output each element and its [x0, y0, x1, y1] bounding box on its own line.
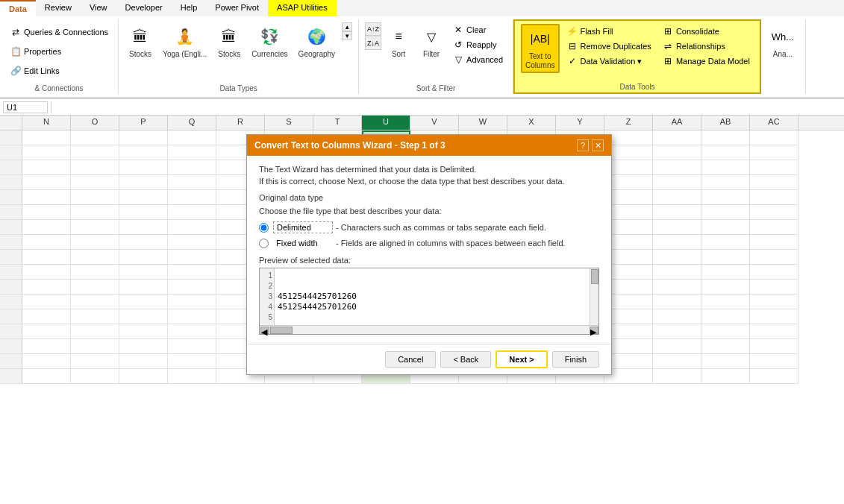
advanced-btn[interactable]: ▽ Advanced	[448, 52, 507, 67]
cell[interactable]	[71, 250, 119, 265]
cell[interactable]	[168, 250, 216, 265]
cell[interactable]	[71, 354, 119, 369]
cell[interactable]	[119, 324, 168, 339]
cell[interactable]	[750, 250, 798, 265]
col-header-O[interactable]: O	[71, 116, 119, 130]
cell[interactable]	[22, 130, 71, 145]
cell[interactable]	[701, 250, 750, 265]
cell[interactable]	[701, 175, 750, 190]
col-header-Z[interactable]: Z	[604, 116, 653, 130]
cell[interactable]	[71, 190, 119, 205]
manage-data-model-btn[interactable]: ⊞ Manage Data Model	[658, 54, 754, 69]
cell[interactable]	[119, 190, 168, 205]
scroll-left-arrow[interactable]: ◀	[260, 327, 269, 334]
cell[interactable]	[750, 190, 798, 205]
stocks-btn[interactable]: 🏛 Stocks	[125, 22, 156, 61]
cell[interactable]	[22, 369, 71, 384]
tab-review[interactable]: Review	[36, 0, 81, 16]
cell[interactable]	[22, 339, 71, 354]
tab-power-pivot[interactable]: Power Pivot	[206, 0, 268, 16]
cell[interactable]	[168, 294, 216, 309]
cell[interactable]	[750, 220, 798, 235]
cell[interactable]	[22, 280, 71, 294]
cell[interactable]	[701, 265, 750, 280]
queries-connections-btn[interactable]: ⇄ Queries & Connections	[6, 25, 112, 40]
filter-btn[interactable]: ▽ Filter	[416, 22, 447, 61]
cell[interactable]	[119, 265, 168, 280]
cell[interactable]	[71, 160, 119, 175]
sort-btn[interactable]: ≡ Sort	[383, 22, 414, 61]
cell[interactable]	[701, 294, 750, 309]
data-types-scroll-up[interactable]: ▲	[342, 22, 352, 31]
sort-az-btn[interactable]: A↑Z	[365, 22, 381, 36]
tab-asap-utilities[interactable]: ASAP Utilities	[268, 0, 337, 16]
cell[interactable]	[71, 280, 119, 294]
cell[interactable]	[168, 309, 216, 324]
properties-btn[interactable]: 📋 Properties	[6, 44, 112, 59]
cell[interactable]	[750, 130, 798, 145]
cell[interactable]	[71, 324, 119, 339]
cell[interactable]	[653, 190, 701, 205]
cell[interactable]	[701, 160, 750, 175]
cell[interactable]	[71, 265, 119, 280]
cell[interactable]	[750, 265, 798, 280]
cell[interactable]	[653, 145, 701, 160]
relationships-btn[interactable]: ⇌ Relationships	[658, 39, 754, 54]
cell[interactable]	[71, 145, 119, 160]
stocks2-btn[interactable]: 🏛 Stocks	[213, 22, 245, 61]
cell[interactable]	[71, 205, 119, 220]
cell[interactable]	[71, 309, 119, 324]
cell[interactable]	[750, 235, 798, 250]
col-header-AC[interactable]: AC	[750, 116, 798, 130]
cell[interactable]	[750, 280, 798, 294]
cell[interactable]	[22, 294, 71, 309]
cell[interactable]	[168, 265, 216, 280]
cell[interactable]	[653, 339, 701, 354]
preview-scrollbar-vertical[interactable]	[590, 268, 598, 325]
cell[interactable]	[119, 175, 168, 190]
cell[interactable]	[701, 220, 750, 235]
cell[interactable]	[168, 130, 216, 145]
cell[interactable]	[71, 294, 119, 309]
col-header-U[interactable]: U	[362, 116, 410, 130]
cell[interactable]	[653, 235, 701, 250]
dialog-help-btn[interactable]: ?	[577, 139, 589, 151]
cell[interactable]	[701, 235, 750, 250]
cell[interactable]	[750, 324, 798, 339]
cell[interactable]	[653, 309, 701, 324]
cell[interactable]	[653, 130, 701, 145]
cell[interactable]	[750, 294, 798, 309]
col-header-AB[interactable]: AB	[701, 116, 750, 130]
cell[interactable]	[701, 205, 750, 220]
tab-help[interactable]: Help	[172, 0, 207, 16]
yoga-btn[interactable]: 🧘 Yoga (Engli...	[159, 22, 210, 61]
cell[interactable]	[168, 190, 216, 205]
formula-input[interactable]	[54, 103, 841, 112]
col-header-W[interactable]: W	[459, 116, 507, 130]
name-box[interactable]	[3, 101, 48, 113]
cell[interactable]	[71, 220, 119, 235]
cell[interactable]	[750, 354, 798, 369]
cell[interactable]	[701, 354, 750, 369]
col-header-Q[interactable]: Q	[168, 116, 216, 130]
col-header-P[interactable]: P	[119, 116, 168, 130]
cell[interactable]	[168, 175, 216, 190]
consolidate-btn[interactable]: ⊞ Consolidate	[658, 24, 754, 39]
scroll-right-arrow[interactable]: ▶	[590, 327, 598, 334]
cell[interactable]	[119, 220, 168, 235]
cell[interactable]	[22, 309, 71, 324]
cell[interactable]	[701, 190, 750, 205]
finish-button[interactable]: Finish	[552, 351, 599, 368]
scrollbar-thumb-vertical[interactable]	[591, 269, 598, 284]
currencies-btn[interactable]: 💱 Currencies	[248, 22, 291, 61]
reapply-btn[interactable]: ↺ Reapply	[448, 37, 507, 52]
cell[interactable]	[750, 309, 798, 324]
cell[interactable]	[22, 265, 71, 280]
cell[interactable]	[71, 130, 119, 145]
cell[interactable]	[653, 280, 701, 294]
cell[interactable]	[750, 369, 798, 384]
cell[interactable]	[653, 294, 701, 309]
cell[interactable]	[653, 369, 701, 384]
col-header-T[interactable]: T	[313, 116, 362, 130]
radio-delimited[interactable]	[259, 223, 269, 233]
